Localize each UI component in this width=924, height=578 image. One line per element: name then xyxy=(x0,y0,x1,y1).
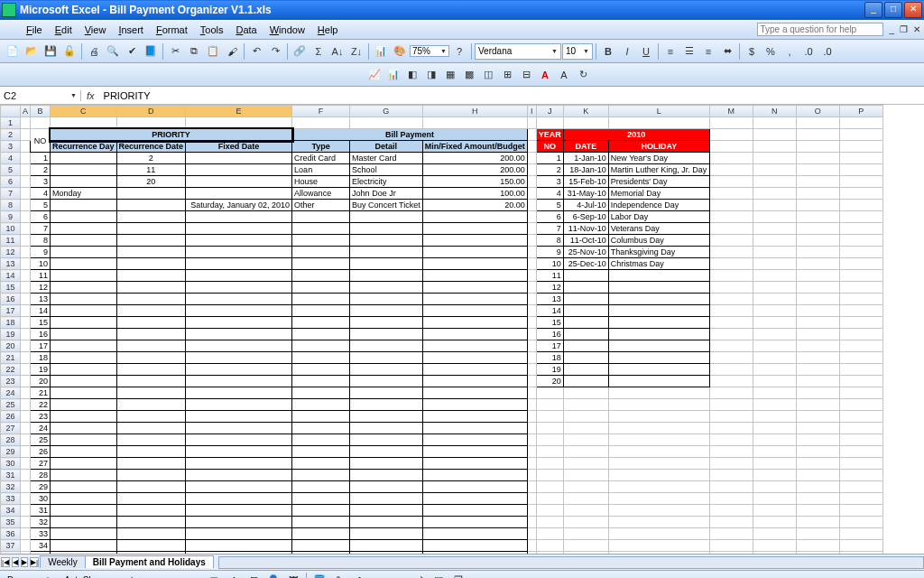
cell-r8-c13[interactable] xyxy=(753,200,796,211)
cell-r13-c6[interactable] xyxy=(350,258,423,270)
cell-r32-c10[interactable] xyxy=(563,481,608,493)
cell-r29-c11[interactable] xyxy=(608,446,709,458)
cell-r26-c11[interactable] xyxy=(608,411,709,423)
cell-r37-c15[interactable] xyxy=(839,540,882,552)
format-painter-icon[interactable]: 🖌 xyxy=(223,42,241,61)
cell-r30-c15[interactable] xyxy=(839,458,882,470)
cell-r17-c8[interactable] xyxy=(527,305,536,317)
cell-r1-c12[interactable] xyxy=(709,117,753,129)
cell-r6-c6[interactable]: Electricity xyxy=(350,176,423,188)
cell-r30-c10[interactable] xyxy=(563,458,608,470)
currency-icon[interactable]: $ xyxy=(743,42,761,61)
cell-r3-c6[interactable]: Detail xyxy=(350,141,423,153)
row-header-7[interactable]: 7 xyxy=(1,188,21,200)
row-header-6[interactable]: 6 xyxy=(1,176,21,188)
cell-r35-c5[interactable] xyxy=(292,517,350,528)
cell-r28-c10[interactable] xyxy=(563,434,608,446)
cell-r8-c8[interactable] xyxy=(527,200,536,211)
cell-r2-c13[interactable] xyxy=(753,129,796,141)
cell-r8-c0[interactable] xyxy=(21,200,31,211)
row-header-10[interactable]: 10 xyxy=(1,223,21,235)
cell-r1-c9[interactable] xyxy=(536,117,563,129)
cell-r21-c5[interactable] xyxy=(292,352,350,364)
cell-r5-c9[interactable]: 2 xyxy=(536,164,563,176)
cell-r17-c2[interactable] xyxy=(51,305,117,317)
row-header-15[interactable]: 15 xyxy=(1,282,21,294)
cell-r18-c1[interactable]: 15 xyxy=(31,317,51,329)
cell-r23-c10[interactable] xyxy=(563,376,608,387)
sort-asc-icon[interactable]: A↓ xyxy=(328,42,346,61)
col-header-J[interactable]: J xyxy=(536,106,563,117)
cell-r19-c14[interactable] xyxy=(796,329,839,340)
cell-r9-c14[interactable] xyxy=(796,211,839,223)
cell-r28-c8[interactable] xyxy=(527,434,536,446)
cell-r2-c2[interactable]: PRIORITY xyxy=(51,129,292,141)
cell-r13-c4[interactable] xyxy=(186,258,292,270)
cell-r4-c14[interactable] xyxy=(796,153,839,164)
chart-icon[interactable]: 📊 xyxy=(372,42,390,61)
row-header-21[interactable]: 21 xyxy=(1,352,21,364)
cell-r23-c11[interactable] xyxy=(608,376,709,387)
cell-r34-c9[interactable] xyxy=(536,505,563,517)
cell-r37-c4[interactable] xyxy=(186,540,292,552)
cell-r8-c15[interactable] xyxy=(839,200,882,211)
cell-r14-c11[interactable] xyxy=(608,270,709,282)
cell-r37-c13[interactable] xyxy=(753,540,796,552)
cell-r19-c0[interactable] xyxy=(21,329,31,340)
preview-icon[interactable]: 🔍 xyxy=(104,42,122,61)
cell-r37-c3[interactable] xyxy=(116,540,186,552)
cell-r1-c1[interactable] xyxy=(31,117,51,129)
cell-r6-c10[interactable]: 15-Feb-10 xyxy=(563,176,608,188)
cell-r12-c11[interactable]: Thanksgiving Day xyxy=(608,247,709,258)
cell-r35-c15[interactable] xyxy=(839,517,882,528)
cell-r22-c2[interactable] xyxy=(51,364,117,376)
cell-r38-c13[interactable] xyxy=(753,552,796,555)
cell-r32-c0[interactable] xyxy=(21,481,31,493)
cell-r37-c7[interactable] xyxy=(422,540,527,552)
cell-r26-c1[interactable]: 23 xyxy=(31,411,51,423)
cell-r11-c7[interactable] xyxy=(422,235,527,247)
cell-r7-c5[interactable]: Allowance xyxy=(292,188,350,200)
name-box[interactable]: C2▼ xyxy=(0,90,81,101)
comma-icon[interactable]: , xyxy=(781,42,799,61)
cell-r38-c8[interactable] xyxy=(527,552,536,555)
cell-r13-c10[interactable]: 25-Dec-10 xyxy=(563,258,608,270)
cell-r8-c7[interactable]: 20.00 xyxy=(422,200,527,211)
cell-r10-c13[interactable] xyxy=(753,223,796,235)
menu-edit[interactable]: Edit xyxy=(49,23,79,37)
new-icon[interactable]: 📄 xyxy=(4,42,22,61)
cell-r37-c9[interactable] xyxy=(536,540,563,552)
cell-r4-c9[interactable]: 1 xyxy=(536,153,563,164)
cell-r33-c3[interactable] xyxy=(116,493,186,505)
minimize-button[interactable]: _ xyxy=(864,2,882,18)
cell-r20-c14[interactable] xyxy=(796,340,839,352)
cell-r31-c8[interactable] xyxy=(527,470,536,481)
cell-r28-c5[interactable] xyxy=(292,434,350,446)
cell-r8-c10[interactable]: 4-Jul-10 xyxy=(563,200,608,211)
shape7-icon[interactable]: ⊟ xyxy=(517,66,535,84)
cell-r21-c15[interactable] xyxy=(839,352,882,364)
cell-r33-c14[interactable] xyxy=(796,493,839,505)
cell-r29-c0[interactable] xyxy=(21,446,31,458)
cell-r4-c10[interactable]: 1-Jan-10 xyxy=(563,153,608,164)
cell-r35-c9[interactable] xyxy=(536,517,563,528)
cell-r35-c3[interactable] xyxy=(116,517,186,528)
cell-r19-c3[interactable] xyxy=(116,329,186,340)
cell-r10-c10[interactable]: 11-Nov-10 xyxy=(563,223,608,235)
cell-r8-c2[interactable] xyxy=(51,200,117,211)
cell-r14-c5[interactable] xyxy=(292,270,350,282)
cell-r14-c7[interactable] xyxy=(422,270,527,282)
increase-decimal-icon[interactable]: .0 xyxy=(799,42,818,61)
cell-r21-c13[interactable] xyxy=(753,352,796,364)
cell-r11-c6[interactable] xyxy=(350,235,423,247)
cell-r24-c8[interactable] xyxy=(527,387,536,399)
cell-r3-c0[interactable] xyxy=(21,141,31,153)
cell-r38-c6[interactable] xyxy=(350,552,423,555)
cell-r17-c15[interactable] xyxy=(839,305,882,317)
cell-r33-c4[interactable] xyxy=(186,493,292,505)
row-header-12[interactable]: 12 xyxy=(1,247,21,258)
cell-r9-c15[interactable] xyxy=(839,211,882,223)
cell-r31-c6[interactable] xyxy=(350,470,423,481)
cell-r6-c3[interactable]: 20 xyxy=(116,176,186,188)
cell-r33-c6[interactable] xyxy=(350,493,423,505)
